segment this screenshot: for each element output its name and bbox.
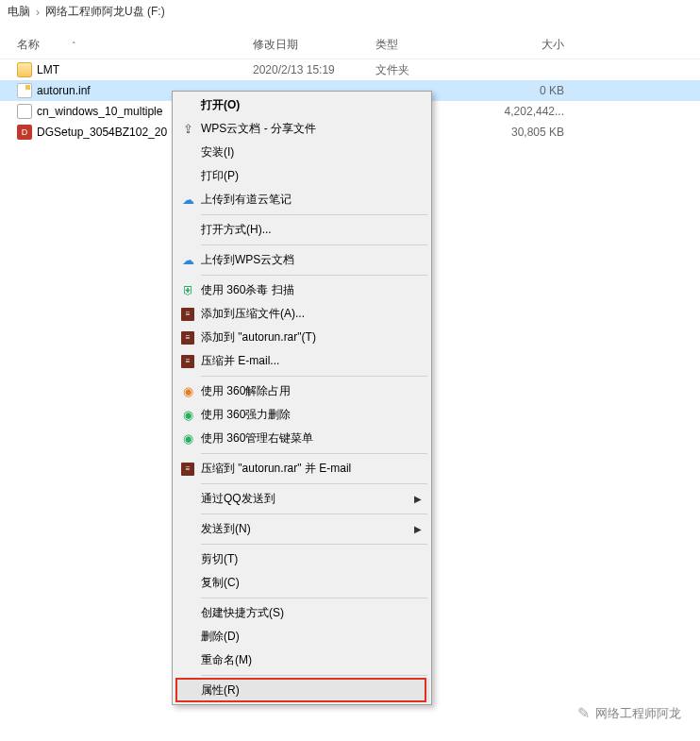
manage-icon: ◉ bbox=[178, 431, 197, 446]
iso-file-icon bbox=[17, 104, 32, 119]
inf-file-icon bbox=[17, 83, 32, 98]
menu-separator bbox=[201, 275, 427, 276]
menu-separator bbox=[201, 214, 427, 215]
column-headers[interactable]: 名称 ˄ 修改日期 类型 大小 bbox=[0, 31, 700, 59]
menu-print[interactable]: 打印(P) bbox=[175, 164, 429, 188]
sort-asc-icon: ˄ bbox=[72, 41, 76, 50]
menu-qq-send[interactable]: 通过QQ发送到▶ bbox=[175, 487, 429, 511]
exe-file-icon: D bbox=[17, 125, 32, 140]
menu-separator bbox=[201, 544, 427, 545]
file-name: cn_windows_10_multiple bbox=[37, 105, 162, 118]
menu-separator bbox=[201, 244, 427, 245]
rar-icon: ≡ bbox=[178, 355, 197, 368]
menu-separator bbox=[201, 483, 427, 484]
menu-cut[interactable]: 剪切(T) bbox=[175, 547, 429, 571]
menu-send-to[interactable]: 发送到(N)▶ bbox=[175, 517, 429, 541]
file-type: 文件夹 bbox=[375, 62, 479, 78]
menu-properties[interactable]: 属性(R) bbox=[175, 679, 429, 702]
menu-360-right-menu[interactable]: ◉使用 360管理右键菜单 bbox=[175, 427, 429, 450]
wps-cloud-icon: ☁ bbox=[178, 253, 197, 267]
chevron-right-icon: › bbox=[36, 6, 40, 19]
menu-wps-share[interactable]: ⇪WPS云文档 - 分享文件 bbox=[175, 117, 429, 141]
menu-open[interactable]: 打开(O) bbox=[175, 93, 429, 117]
menu-install[interactable]: 安装(I) bbox=[175, 141, 429, 164]
menu-compress-send-email[interactable]: ≡压缩到 "autorun.rar" 并 E-mail bbox=[175, 457, 429, 480]
file-row[interactable]: LMT 2020/2/13 15:19 文件夹 bbox=[0, 59, 700, 80]
menu-separator bbox=[201, 376, 427, 377]
rar-icon: ≡ bbox=[178, 331, 197, 345]
menu-360-unlock[interactable]: ◉使用 360解除占用 bbox=[175, 379, 429, 403]
menu-compress-email[interactable]: ≡压缩并 E-mail... bbox=[175, 349, 429, 373]
delete-icon: ◉ bbox=[178, 408, 197, 422]
file-size: 4,202,442... bbox=[479, 105, 592, 118]
folder-icon bbox=[17, 62, 32, 77]
rar-icon: ≡ bbox=[178, 463, 197, 476]
share-icon: ⇪ bbox=[178, 122, 197, 136]
watermark: ✎ 网络工程师阿龙 bbox=[577, 704, 681, 722]
header-name-label: 名称 bbox=[17, 37, 40, 53]
menu-add-autorun-rar[interactable]: ≡添加到 "autorun.rar"(T) bbox=[175, 326, 429, 349]
youdao-icon: ☁ bbox=[178, 193, 197, 207]
file-name: LMT bbox=[37, 63, 59, 76]
chevron-right-icon: ▶ bbox=[414, 494, 422, 504]
breadcrumb-part[interactable]: 电脑 bbox=[8, 4, 30, 20]
menu-360-scan[interactable]: ⛨使用 360杀毒 扫描 bbox=[175, 278, 429, 302]
file-name: autorun.inf bbox=[37, 84, 91, 97]
header-date[interactable]: 修改日期 bbox=[253, 37, 375, 53]
wechat-icon: ✎ bbox=[577, 704, 590, 722]
file-size: 0 KB bbox=[479, 84, 592, 97]
file-name: DGSetup_3054BZ102_20 bbox=[37, 126, 167, 139]
context-menu: 打开(O) ⇪WPS云文档 - 分享文件 安装(I) 打印(P) ☁上传到有道云… bbox=[172, 91, 432, 705]
menu-youdao[interactable]: ☁上传到有道云笔记 bbox=[175, 188, 429, 211]
menu-wps-upload[interactable]: ☁上传到WPS云文档 bbox=[175, 248, 429, 272]
menu-rename[interactable]: 重命名(M) bbox=[175, 648, 429, 672]
header-name[interactable]: 名称 ˄ bbox=[17, 37, 253, 53]
menu-separator bbox=[201, 598, 427, 598]
breadcrumb-part[interactable]: 网络工程师阿龙U盘 (F:) bbox=[45, 4, 165, 20]
menu-create-shortcut[interactable]: 创建快捷方式(S) bbox=[175, 601, 429, 625]
menu-add-archive[interactable]: ≡添加到压缩文件(A)... bbox=[175, 302, 429, 326]
file-size: 30,805 KB bbox=[479, 126, 592, 139]
menu-separator bbox=[201, 453, 427, 454]
header-size[interactable]: 大小 bbox=[479, 37, 592, 53]
menu-copy[interactable]: 复制(C) bbox=[175, 571, 429, 595]
file-date: 2020/2/13 15:19 bbox=[253, 63, 375, 76]
breadcrumb[interactable]: 电脑 › 网络工程师阿龙U盘 (F:) bbox=[0, 0, 700, 24]
header-type[interactable]: 类型 bbox=[375, 37, 479, 53]
menu-open-with[interactable]: 打开方式(H)... bbox=[175, 218, 429, 242]
menu-360-force-delete[interactable]: ◉使用 360强力删除 bbox=[175, 403, 429, 427]
rar-icon: ≡ bbox=[178, 308, 197, 321]
watermark-text: 网络工程师阿龙 bbox=[595, 705, 681, 722]
menu-delete[interactable]: 删除(D) bbox=[175, 625, 429, 648]
shield-icon: ⛨ bbox=[178, 283, 197, 297]
menu-separator bbox=[201, 514, 427, 514]
menu-separator bbox=[201, 675, 427, 676]
chevron-right-icon: ▶ bbox=[414, 524, 422, 534]
unlock-icon: ◉ bbox=[178, 384, 197, 398]
